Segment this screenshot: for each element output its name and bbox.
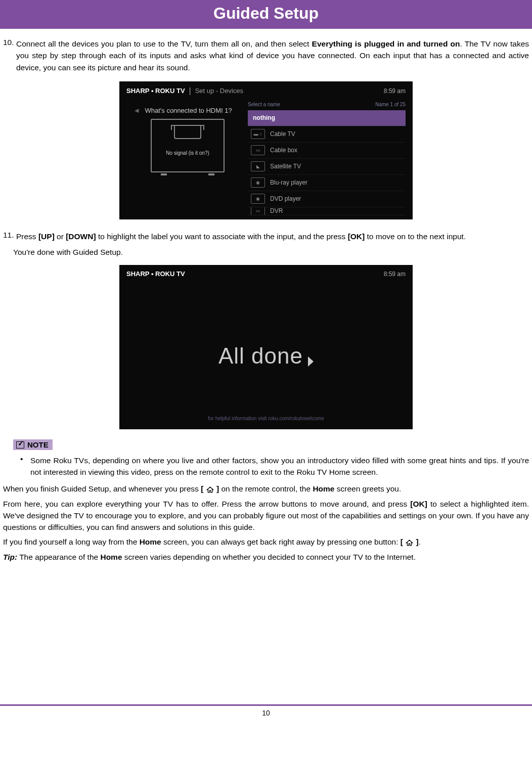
tv-status-bar: SHARP • ROKU TV 8:59 am [119, 265, 413, 283]
note-badge: NOTE [13, 439, 53, 450]
header-right: Name 1 of 25 [375, 102, 406, 107]
option-bluray[interactable]: ◉Blu-ray player [248, 175, 406, 191]
brand-label: SHARP • ROKU TV [126, 87, 185, 95]
screenshot-setup-devices: SHARP • ROKU TV | Set up - Devices 8:59 … [119, 81, 413, 219]
prompt-row: ◀ What's connected to HDMI 1? [135, 106, 241, 115]
bullet-icon: • [20, 455, 30, 478]
page-title: Guided Setup [213, 4, 319, 22]
main-content: 10. Connect all the devices you plan to … [0, 29, 532, 563]
text: screen varies depending on whether you d… [122, 553, 416, 561]
text: on the remote control, the [219, 484, 313, 493]
option-cable-box[interactable]: ▭Cable box [248, 143, 406, 159]
prompt-text: What's connected to HDMI 1? [145, 107, 232, 114]
home-icon [406, 540, 413, 546]
preview-frame: No signal (is it on?) [151, 119, 225, 172]
bold-text: Everything is plugged in and turned on [312, 39, 460, 48]
step-body: Connect all the devices you plan to use … [16, 38, 529, 73]
text: Connect all the devices you plan to use … [16, 39, 312, 48]
stand-icon [208, 173, 214, 175]
option-satellite-tv[interactable]: ◣Satellite TV [248, 159, 406, 175]
tv-body: All done for helpful information visit r… [119, 283, 413, 429]
option-dvr[interactable]: ▭DVR [248, 207, 406, 215]
checkmark-icon [16, 441, 24, 448]
bold-text: ] [414, 537, 418, 546]
breadcrumb: Set up - Devices [195, 87, 243, 95]
tip-label: Tip: [3, 553, 17, 561]
page-title-bar: Guided Setup [0, 0, 532, 29]
clock: 8:59 am [384, 87, 406, 95]
all-done-row: All done [218, 343, 314, 369]
text: screen greets you. [334, 484, 401, 493]
step-10: 10. Connect all the devices you plan to … [3, 38, 529, 73]
chevron-left-icon: ◀ [135, 107, 139, 114]
step-number: 10. [3, 38, 16, 73]
done-text: You're done with Guided Setup. [13, 246, 529, 258]
left-panel: ◀ What's connected to HDMI 1? No signal … [119, 101, 248, 219]
options-panel: Select a name Name 1 of 25 nothing ▬ ○Ca… [248, 101, 413, 219]
text: From here, you can explore everything yo… [3, 500, 410, 508]
no-signal-text: No signal (is it on?) [152, 150, 224, 156]
text: Press [16, 232, 38, 241]
home-icon [206, 486, 214, 493]
option-label: Cable box [270, 147, 297, 154]
tv-status-bar: SHARP • ROKU TV | Set up - Devices 8:59 … [119, 81, 413, 101]
device-icon: ◣ [251, 161, 265, 171]
device-icon: ▬ ○ [251, 129, 265, 139]
option-label: Blu-ray player [270, 179, 307, 186]
text: screen, you can always get back right aw… [161, 537, 401, 546]
bold-text: [ [201, 484, 205, 493]
option-dvd[interactable]: ◉DVD player [248, 191, 406, 207]
device-icon: ◉ [251, 194, 265, 204]
bold-text: [UP] [38, 232, 55, 241]
stand-icon [161, 173, 167, 175]
option-label: Cable TV [270, 130, 295, 138]
header-left: Select a name [248, 102, 280, 107]
options-header: Select a name Name 1 of 25 [248, 101, 406, 110]
device-icon: ▭ [251, 145, 265, 155]
text: . [419, 537, 421, 546]
tv-body: ◀ What's connected to HDMI 1? No signal … [119, 101, 413, 219]
option-label: DVD player [270, 195, 301, 202]
paragraph-explore: From here, you can explore everything yo… [3, 498, 529, 533]
note-box: NOTE [13, 439, 529, 451]
bold-text: [OK] [348, 232, 365, 241]
note-bullet: • Some Roku TVs, depending on where you … [20, 455, 529, 478]
text: The appearance of the [17, 553, 100, 561]
page-number: 10 [262, 709, 270, 717]
bold-text: Home [140, 537, 161, 546]
all-done-text: All done [218, 343, 303, 368]
option-label: Satellite TV [270, 163, 301, 170]
paragraph-home-greet: When you finish Guided Setup, and whenev… [3, 483, 529, 495]
helper-text: for helpful information visit roku.com/r… [208, 416, 324, 421]
bold-text: Home [100, 553, 122, 561]
text: to highlight the label you want to assoc… [96, 232, 348, 241]
step-number: 11. [3, 231, 16, 242]
device-icon: ◉ [251, 177, 265, 188]
option-label: DVR [270, 207, 283, 214]
paragraph-get-back: If you find yourself a long way from the… [3, 536, 529, 548]
chevron-right-icon [308, 356, 314, 367]
bullet-text: Some Roku TVs, depending on where you li… [30, 455, 529, 478]
paragraph-tip: Tip: The appearance of the Home screen v… [3, 551, 529, 563]
hdmi-icon [174, 126, 201, 139]
page-footer: 10 [0, 704, 532, 720]
bold-text: Home [313, 484, 334, 493]
bold-text: [DOWN] [66, 232, 96, 241]
bold-text: ] [214, 484, 219, 493]
step-body: Press [UP] or [DOWN] to highlight the la… [16, 231, 466, 242]
clock: 8:59 am [384, 271, 406, 278]
option-nothing[interactable]: nothing [248, 110, 406, 126]
text: If you find yourself a long way from the [3, 537, 140, 546]
device-icon: ▭ [251, 207, 265, 215]
option-cable-tv[interactable]: ▬ ○Cable TV [248, 126, 406, 143]
step-11: 11. Press [UP] or [DOWN] to highlight th… [3, 231, 529, 242]
divider: | [189, 86, 191, 96]
note-label: NOTE [27, 440, 49, 449]
bold-text: [ [401, 537, 405, 546]
screenshot-all-done: SHARP • ROKU TV 8:59 am All done for hel… [119, 265, 413, 429]
brand-label: SHARP • ROKU TV [126, 270, 185, 278]
text: or [55, 232, 66, 241]
text: to move on to the next input. [365, 232, 466, 241]
text: When you finish Guided Setup, and whenev… [3, 484, 201, 493]
bold-text: [OK] [410, 500, 427, 508]
